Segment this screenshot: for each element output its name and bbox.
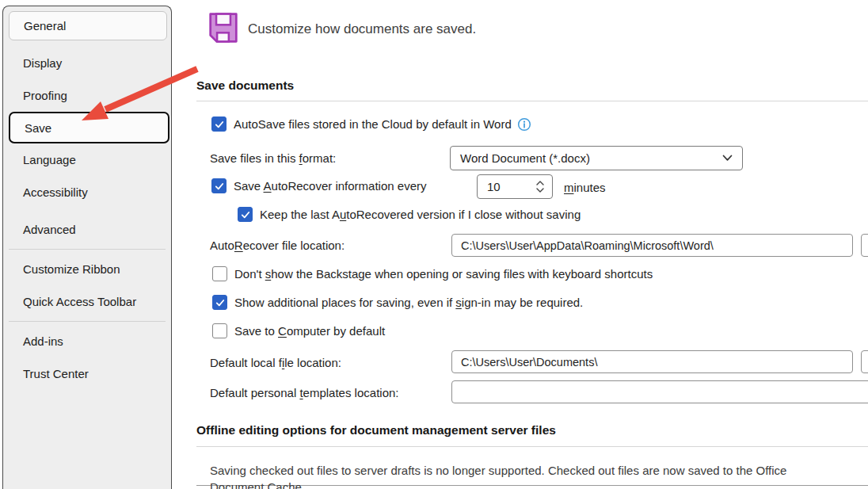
page-description: Customize how documents are saved.	[248, 21, 476, 37]
label-key: s	[455, 296, 462, 309]
autosave-cloud-label: AutoSave files stored in the Cloud by de…	[234, 117, 512, 131]
browse-button-fragment[interactable]	[861, 350, 868, 373]
sidebar-item-add-ins[interactable]: Add-ins	[3, 325, 171, 357]
label-post: emplates location:	[303, 386, 399, 399]
autorecover-checkbox[interactable]	[211, 178, 227, 193]
save-to-computer-row: Save to Computer by default	[212, 323, 385, 338]
sidebar-divider	[9, 321, 166, 322]
label-pre: Save files in this	[210, 151, 299, 165]
label-post: how the Backstage when opening or saving…	[271, 267, 653, 281]
sidebar-item-save[interactable]: Save	[9, 112, 169, 143]
chevron-down-icon	[722, 155, 733, 162]
autorecover-minutes-spinner[interactable]: 10	[477, 174, 553, 199]
sidebar-item-general[interactable]: General	[9, 11, 167, 40]
sidebar-divider	[9, 249, 166, 250]
checkmark-icon	[214, 181, 225, 192]
checkmark-icon	[215, 297, 226, 308]
save-format-value: Word Document (*.docx)	[460, 151, 590, 165]
default-local-label: Default local file location:	[210, 356, 341, 369]
label-post: le location:	[284, 356, 341, 369]
label-pre: Don't	[234, 267, 265, 281]
sidebar-item-proofing[interactable]: Proofing	[3, 79, 171, 112]
label-pre: Save	[234, 179, 264, 193]
save-to-computer-label: Save to Computer by default	[234, 324, 385, 338]
sidebar-item-accessibility[interactable]: Accessibility	[3, 176, 171, 208]
spinner-down-icon[interactable]	[536, 188, 544, 193]
keep-last-label: Keep the last AutoRecovered version if I…	[260, 208, 581, 221]
sidebar-item-advanced[interactable]: Advanced	[3, 213, 171, 246]
autorecover-location-field[interactable]: C:\Users\User\AppData\Roaming\Microsoft\…	[451, 234, 853, 257]
minutes-label: minutes	[564, 181, 606, 194]
offline-editing-text-line1: Saving checked out files to server draft…	[210, 464, 786, 477]
spinner-value: 10	[487, 180, 501, 193]
label-pre: AutoSave files stored in the Cloud by de…	[234, 117, 512, 131]
offline-editing-text-line2: Document Cache.	[210, 480, 305, 489]
autorecover-row: Save AutoRecover information every	[211, 178, 426, 193]
save-format-dropdown[interactable]: Word Document (*.docx)	[450, 146, 743, 170]
show-places-label: Show additional places for saving, even …	[234, 296, 583, 309]
label-post: ign-in may be required.	[462, 296, 583, 309]
save-to-computer-checkbox[interactable]	[212, 323, 227, 338]
label-key: A	[264, 179, 272, 193]
info-icon[interactable]	[517, 117, 531, 132]
checkmark-icon	[214, 119, 225, 130]
save-floppy-icon	[207, 12, 239, 44]
section-title-offline-editing: Offline editing options for document man…	[196, 423, 556, 437]
label-post: omputer by default	[287, 324, 385, 338]
label-post: ecover file location:	[243, 239, 345, 252]
section-divider	[196, 101, 868, 101]
autorecover-label: Save AutoRecover information every	[234, 179, 426, 193]
default-local-field[interactable]: C:\Users\User\Documents\	[451, 350, 853, 373]
sidebar-item-display[interactable]: Display	[3, 47, 171, 79]
section-title-save-documents: Save documents	[196, 78, 294, 93]
options-nav-sidebar: General Display Proofing Save Language A…	[2, 6, 172, 489]
label-key: C	[278, 324, 287, 338]
label-post: ormat:	[303, 151, 337, 165]
sidebar-item-trust-center[interactable]: Trust Center	[3, 357, 171, 390]
show-places-row: Show additional places for saving, even …	[212, 295, 583, 310]
label-post: toRecovered version if I close without s…	[346, 208, 581, 221]
backstage-row: Don't show the Backstage when opening or…	[212, 266, 653, 281]
save-format-label: Save files in this format:	[210, 151, 336, 165]
sidebar-item-customize-ribbon[interactable]: Customize Ribbon	[3, 253, 171, 285]
label-key: m	[564, 181, 574, 194]
keep-last-row: Keep the last AutoRecovered version if I…	[238, 207, 581, 222]
label-pre: Show additional places for saving, even …	[234, 296, 455, 309]
section-divider	[196, 446, 868, 447]
label-key: u	[340, 208, 346, 221]
label-pre: Auto	[210, 239, 234, 252]
default-templates-label: Default personal templates location:	[210, 386, 398, 399]
sidebar-item-language[interactable]: Language	[3, 143, 171, 176]
show-places-checkbox[interactable]	[212, 295, 227, 310]
label-key: R	[234, 239, 243, 252]
label-pre: Save to	[234, 324, 278, 338]
autorecover-location-label: AutoRecover file location:	[210, 239, 345, 252]
keep-last-checkbox[interactable]	[238, 207, 253, 222]
label-post: utoRecover information every	[272, 179, 427, 193]
label-pre: Default personal	[210, 386, 299, 399]
spinner-up-icon[interactable]	[536, 181, 544, 185]
checkmark-icon	[240, 209, 251, 220]
label-pre: Keep the last A	[260, 208, 340, 221]
autosave-cloud-checkbox[interactable]	[211, 117, 227, 132]
browse-button-fragment[interactable]	[861, 234, 868, 257]
backstage-checkbox[interactable]	[212, 266, 227, 281]
label-pre: Default local f	[210, 356, 282, 369]
label-post: inutes	[574, 181, 606, 194]
sidebar-item-quick-access-toolbar[interactable]: Quick Access Toolbar	[3, 285, 171, 318]
default-templates-field[interactable]	[451, 380, 868, 403]
backstage-label: Don't show the Backstage when opening or…	[234, 267, 653, 281]
autosave-cloud-row: AutoSave files stored in the Cloud by de…	[211, 117, 531, 132]
